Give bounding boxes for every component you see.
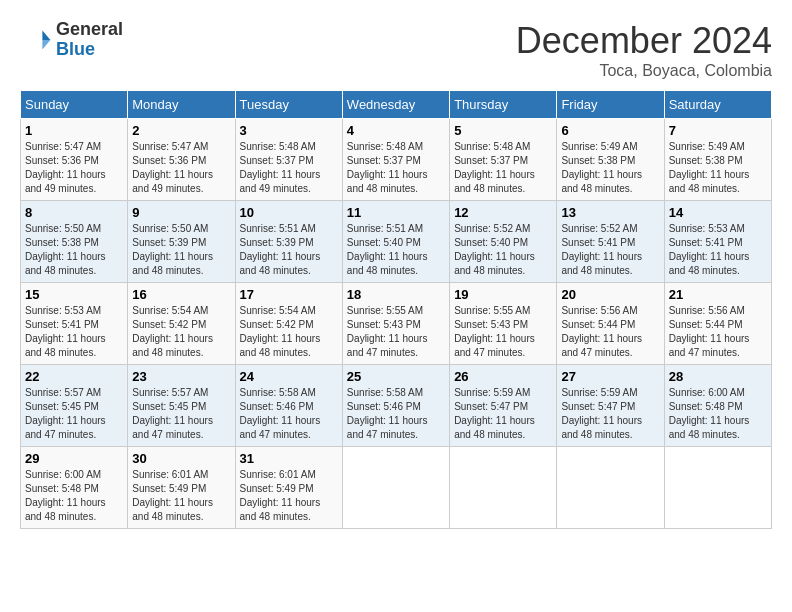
day-number: 13	[561, 205, 659, 220]
day-cell-20: 20Sunrise: 5:56 AM Sunset: 5:44 PM Dayli…	[557, 283, 664, 365]
column-header-thursday: Thursday	[450, 91, 557, 119]
day-number: 22	[25, 369, 123, 384]
page-header: General Blue December 2024 Toca, Boyaca,…	[20, 20, 772, 80]
week-row-2: 8Sunrise: 5:50 AM Sunset: 5:38 PM Daylig…	[21, 201, 772, 283]
day-number: 30	[132, 451, 230, 466]
day-number: 1	[25, 123, 123, 138]
day-cell-16: 16Sunrise: 5:54 AM Sunset: 5:42 PM Dayli…	[128, 283, 235, 365]
day-info: Sunrise: 5:53 AM Sunset: 5:41 PM Dayligh…	[25, 304, 123, 360]
day-number: 12	[454, 205, 552, 220]
logo: General Blue	[20, 20, 123, 60]
day-number: 31	[240, 451, 338, 466]
day-cell-10: 10Sunrise: 5:51 AM Sunset: 5:39 PM Dayli…	[235, 201, 342, 283]
day-info: Sunrise: 6:01 AM Sunset: 5:49 PM Dayligh…	[240, 468, 338, 524]
day-number: 16	[132, 287, 230, 302]
column-header-friday: Friday	[557, 91, 664, 119]
day-cell-27: 27Sunrise: 5:59 AM Sunset: 5:47 PM Dayli…	[557, 365, 664, 447]
day-info: Sunrise: 5:58 AM Sunset: 5:46 PM Dayligh…	[347, 386, 445, 442]
day-info: Sunrise: 5:49 AM Sunset: 5:38 PM Dayligh…	[561, 140, 659, 196]
logo-icon	[20, 24, 52, 56]
day-cell-22: 22Sunrise: 5:57 AM Sunset: 5:45 PM Dayli…	[21, 365, 128, 447]
column-header-wednesday: Wednesday	[342, 91, 449, 119]
day-cell-25: 25Sunrise: 5:58 AM Sunset: 5:46 PM Dayli…	[342, 365, 449, 447]
day-cell-6: 6Sunrise: 5:49 AM Sunset: 5:38 PM Daylig…	[557, 119, 664, 201]
day-number: 19	[454, 287, 552, 302]
day-number: 5	[454, 123, 552, 138]
day-cell-15: 15Sunrise: 5:53 AM Sunset: 5:41 PM Dayli…	[21, 283, 128, 365]
day-info: Sunrise: 5:47 AM Sunset: 5:36 PM Dayligh…	[132, 140, 230, 196]
day-info: Sunrise: 5:55 AM Sunset: 5:43 PM Dayligh…	[454, 304, 552, 360]
day-cell-11: 11Sunrise: 5:51 AM Sunset: 5:40 PM Dayli…	[342, 201, 449, 283]
day-info: Sunrise: 5:53 AM Sunset: 5:41 PM Dayligh…	[669, 222, 767, 278]
day-info: Sunrise: 5:57 AM Sunset: 5:45 PM Dayligh…	[25, 386, 123, 442]
week-row-5: 29Sunrise: 6:00 AM Sunset: 5:48 PM Dayli…	[21, 447, 772, 529]
day-number: 3	[240, 123, 338, 138]
day-info: Sunrise: 5:56 AM Sunset: 5:44 PM Dayligh…	[561, 304, 659, 360]
day-info: Sunrise: 5:56 AM Sunset: 5:44 PM Dayligh…	[669, 304, 767, 360]
day-info: Sunrise: 5:59 AM Sunset: 5:47 PM Dayligh…	[454, 386, 552, 442]
day-info: Sunrise: 5:50 AM Sunset: 5:38 PM Dayligh…	[25, 222, 123, 278]
day-number: 14	[669, 205, 767, 220]
title-block: December 2024 Toca, Boyaca, Colombia	[516, 20, 772, 80]
day-info: Sunrise: 5:48 AM Sunset: 5:37 PM Dayligh…	[347, 140, 445, 196]
day-cell-28: 28Sunrise: 6:00 AM Sunset: 5:48 PM Dayli…	[664, 365, 771, 447]
day-number: 9	[132, 205, 230, 220]
header-row: SundayMondayTuesdayWednesdayThursdayFrid…	[21, 91, 772, 119]
day-cell-19: 19Sunrise: 5:55 AM Sunset: 5:43 PM Dayli…	[450, 283, 557, 365]
day-cell-7: 7Sunrise: 5:49 AM Sunset: 5:38 PM Daylig…	[664, 119, 771, 201]
week-row-3: 15Sunrise: 5:53 AM Sunset: 5:41 PM Dayli…	[21, 283, 772, 365]
day-cell-12: 12Sunrise: 5:52 AM Sunset: 5:40 PM Dayli…	[450, 201, 557, 283]
empty-cell	[342, 447, 449, 529]
day-number: 23	[132, 369, 230, 384]
day-number: 28	[669, 369, 767, 384]
calendar-subtitle: Toca, Boyaca, Colombia	[516, 62, 772, 80]
day-number: 8	[25, 205, 123, 220]
svg-marker-1	[42, 40, 50, 50]
day-info: Sunrise: 5:55 AM Sunset: 5:43 PM Dayligh…	[347, 304, 445, 360]
day-info: Sunrise: 5:57 AM Sunset: 5:45 PM Dayligh…	[132, 386, 230, 442]
day-cell-21: 21Sunrise: 5:56 AM Sunset: 5:44 PM Dayli…	[664, 283, 771, 365]
day-info: Sunrise: 6:00 AM Sunset: 5:48 PM Dayligh…	[25, 468, 123, 524]
day-info: Sunrise: 5:48 AM Sunset: 5:37 PM Dayligh…	[240, 140, 338, 196]
day-cell-14: 14Sunrise: 5:53 AM Sunset: 5:41 PM Dayli…	[664, 201, 771, 283]
day-cell-5: 5Sunrise: 5:48 AM Sunset: 5:37 PM Daylig…	[450, 119, 557, 201]
day-cell-31: 31Sunrise: 6:01 AM Sunset: 5:49 PM Dayli…	[235, 447, 342, 529]
day-info: Sunrise: 5:58 AM Sunset: 5:46 PM Dayligh…	[240, 386, 338, 442]
day-cell-4: 4Sunrise: 5:48 AM Sunset: 5:37 PM Daylig…	[342, 119, 449, 201]
day-number: 15	[25, 287, 123, 302]
day-cell-1: 1Sunrise: 5:47 AM Sunset: 5:36 PM Daylig…	[21, 119, 128, 201]
day-info: Sunrise: 5:59 AM Sunset: 5:47 PM Dayligh…	[561, 386, 659, 442]
day-number: 24	[240, 369, 338, 384]
day-cell-3: 3Sunrise: 5:48 AM Sunset: 5:37 PM Daylig…	[235, 119, 342, 201]
calendar-title: December 2024	[516, 20, 772, 62]
day-number: 2	[132, 123, 230, 138]
day-info: Sunrise: 5:54 AM Sunset: 5:42 PM Dayligh…	[132, 304, 230, 360]
day-info: Sunrise: 6:01 AM Sunset: 5:49 PM Dayligh…	[132, 468, 230, 524]
day-cell-9: 9Sunrise: 5:50 AM Sunset: 5:39 PM Daylig…	[128, 201, 235, 283]
day-number: 20	[561, 287, 659, 302]
day-info: Sunrise: 5:52 AM Sunset: 5:41 PM Dayligh…	[561, 222, 659, 278]
day-cell-29: 29Sunrise: 6:00 AM Sunset: 5:48 PM Dayli…	[21, 447, 128, 529]
day-info: Sunrise: 5:54 AM Sunset: 5:42 PM Dayligh…	[240, 304, 338, 360]
day-cell-26: 26Sunrise: 5:59 AM Sunset: 5:47 PM Dayli…	[450, 365, 557, 447]
day-number: 4	[347, 123, 445, 138]
week-row-4: 22Sunrise: 5:57 AM Sunset: 5:45 PM Dayli…	[21, 365, 772, 447]
day-cell-17: 17Sunrise: 5:54 AM Sunset: 5:42 PM Dayli…	[235, 283, 342, 365]
day-cell-8: 8Sunrise: 5:50 AM Sunset: 5:38 PM Daylig…	[21, 201, 128, 283]
day-number: 27	[561, 369, 659, 384]
empty-cell	[450, 447, 557, 529]
day-number: 10	[240, 205, 338, 220]
calendar-table: SundayMondayTuesdayWednesdayThursdayFrid…	[20, 90, 772, 529]
column-header-monday: Monday	[128, 91, 235, 119]
day-cell-30: 30Sunrise: 6:01 AM Sunset: 5:49 PM Dayli…	[128, 447, 235, 529]
day-number: 11	[347, 205, 445, 220]
empty-cell	[557, 447, 664, 529]
day-cell-18: 18Sunrise: 5:55 AM Sunset: 5:43 PM Dayli…	[342, 283, 449, 365]
svg-marker-0	[42, 30, 50, 40]
day-info: Sunrise: 5:50 AM Sunset: 5:39 PM Dayligh…	[132, 222, 230, 278]
day-cell-24: 24Sunrise: 5:58 AM Sunset: 5:46 PM Dayli…	[235, 365, 342, 447]
day-info: Sunrise: 5:51 AM Sunset: 5:40 PM Dayligh…	[347, 222, 445, 278]
day-number: 26	[454, 369, 552, 384]
logo-text: General Blue	[56, 20, 123, 60]
day-number: 25	[347, 369, 445, 384]
